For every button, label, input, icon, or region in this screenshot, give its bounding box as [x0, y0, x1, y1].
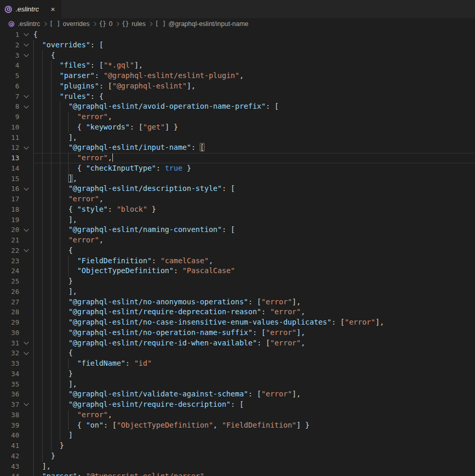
code-editor[interactable]: 1{2 "overrides": [3 {4 "files": ["*.gql"…: [0, 30, 475, 476]
line-number[interactable]: 11: [0, 133, 19, 143]
line-number[interactable]: 24: [0, 266, 19, 276]
code-line-13[interactable]: 13 "error",: [0, 153, 475, 163]
breadcrumb-item-0[interactable]: {}0: [99, 20, 112, 28]
line-number[interactable]: 14: [0, 163, 19, 174]
line-number[interactable]: 21: [0, 235, 19, 246]
line-number[interactable]: 5: [0, 71, 19, 81]
fold-chevron-down-icon[interactable]: [24, 144, 29, 149]
code-line-17[interactable]: 17 "error",: [0, 194, 475, 204]
code-line-2[interactable]: 2 "overrides": [: [0, 40, 475, 50]
line-number[interactable]: 13: [0, 153, 19, 163]
line-number[interactable]: 22: [0, 246, 19, 256]
close-icon[interactable]: ×: [49, 5, 56, 14]
code-line-33[interactable]: 33 "fieldName": "id": [0, 358, 475, 369]
line-number[interactable]: 12: [0, 143, 19, 153]
breadcrumb-item--eslintrc[interactable]: .eslintrc: [8, 20, 40, 28]
line-number[interactable]: 38: [0, 410, 19, 420]
line-number[interactable]: 3: [0, 50, 19, 61]
line-number[interactable]: 30: [0, 328, 19, 338]
line-number[interactable]: 40: [0, 430, 19, 441]
line-number[interactable]: 36: [0, 389, 19, 400]
code-line-10[interactable]: 10 { "keywords": ["get"] }: [0, 122, 475, 133]
code-line-31[interactable]: 31 "@graphql-eslint/require-id-when-avai…: [0, 338, 475, 349]
fold-chevron-down-icon[interactable]: [24, 52, 29, 57]
code-line-26[interactable]: 26 ],: [0, 287, 475, 297]
line-number[interactable]: 26: [0, 287, 19, 297]
code-line-43[interactable]: 43 ],: [0, 461, 475, 472]
line-number[interactable]: 42: [0, 451, 19, 461]
tab-eslintrc[interactable]: .eslintrc ×: [0, 0, 61, 18]
code-line-25[interactable]: 25 }: [0, 276, 475, 287]
code-line-16[interactable]: 16 "@graphql-eslint/description-style": …: [0, 184, 475, 194]
code-line-19[interactable]: 19 ],: [0, 215, 475, 225]
line-number[interactable]: 39: [0, 420, 19, 431]
code-line-30[interactable]: 30 "@graphql-eslint/no-operation-name-su…: [0, 328, 475, 338]
line-number[interactable]: 16: [0, 184, 19, 194]
fold-chevron-down-icon[interactable]: [24, 93, 29, 98]
line-number[interactable]: 34: [0, 369, 19, 379]
code-line-37[interactable]: 37 "@graphql-eslint/require-description"…: [0, 400, 475, 410]
line-number[interactable]: 6: [0, 81, 19, 92]
code-line-22[interactable]: 22 {: [0, 246, 475, 256]
line-number[interactable]: 1: [0, 30, 19, 40]
line-number[interactable]: 27: [0, 297, 19, 307]
line-number[interactable]: 10: [0, 122, 19, 133]
line-number[interactable]: 2: [0, 40, 19, 50]
line-number[interactable]: 17: [0, 194, 19, 204]
fold-chevron-down-icon[interactable]: [24, 185, 29, 190]
line-number[interactable]: 8: [0, 101, 19, 112]
fold-chevron-down-icon[interactable]: [24, 103, 29, 108]
code-line-35[interactable]: 35 ],: [0, 379, 475, 390]
line-number[interactable]: 32: [0, 348, 19, 358]
code-line-11[interactable]: 11 ],: [0, 133, 475, 143]
code-line-18[interactable]: 18 { "style": "block" }: [0, 204, 475, 215]
line-number[interactable]: 25: [0, 276, 19, 287]
fold-chevron-down-icon[interactable]: [24, 401, 29, 406]
line-number[interactable]: 18: [0, 204, 19, 215]
line-number[interactable]: 43: [0, 461, 19, 472]
line-number[interactable]: 37: [0, 400, 19, 410]
code-line-7[interactable]: 7 "rules": {: [0, 92, 475, 102]
code-line-14[interactable]: 14 { "checkInputType": true }: [0, 163, 475, 174]
line-number[interactable]: 29: [0, 317, 19, 328]
code-line-21[interactable]: 21 "error",: [0, 235, 475, 246]
code-line-3[interactable]: 3 {: [0, 50, 475, 61]
code-line-42[interactable]: 42 }: [0, 451, 475, 461]
code-line-8[interactable]: 8 "@graphql-eslint/avoid-operation-name-…: [0, 101, 475, 112]
line-number[interactable]: 19: [0, 215, 19, 225]
line-number[interactable]: 44: [0, 471, 19, 476]
line-number[interactable]: 23: [0, 256, 19, 266]
code-line-5[interactable]: 5 "parser": "@graphql-eslint/eslint-plug…: [0, 71, 475, 81]
fold-chevron-down-icon[interactable]: [24, 339, 29, 344]
fold-chevron-down-icon[interactable]: [24, 31, 29, 36]
code-line-6[interactable]: 6 "plugins": ["@graphql-eslint"],: [0, 81, 475, 92]
code-line-4[interactable]: 4 "files": ["*.gql"],: [0, 60, 475, 71]
line-number[interactable]: 33: [0, 358, 19, 369]
code-line-23[interactable]: 23 "FieldDefinition": "camelCase",: [0, 256, 475, 266]
code-line-38[interactable]: 38 "error",: [0, 410, 475, 420]
fold-chevron-down-icon[interactable]: [24, 42, 29, 47]
breadcrumb-item-overrides[interactable]: [ ]overrides: [49, 20, 89, 28]
code-line-9[interactable]: 9 "error",: [0, 112, 475, 122]
breadcrumb-item-rules[interactable]: {}rules: [122, 20, 146, 28]
code-line-36[interactable]: 36 "@graphql-eslint/validate-against-sch…: [0, 389, 475, 400]
line-number[interactable]: 31: [0, 338, 19, 349]
fold-chevron-down-icon[interactable]: [24, 350, 29, 355]
line-number[interactable]: 4: [0, 60, 19, 71]
fold-chevron-down-icon[interactable]: [24, 247, 29, 252]
line-number[interactable]: 15: [0, 174, 19, 184]
code-line-1[interactable]: 1{: [0, 30, 475, 40]
line-number[interactable]: 35: [0, 379, 19, 390]
code-line-15[interactable]: 15 ],: [0, 174, 475, 184]
breadcrumb-item--graphql-eslint-input-name[interactable]: [ ]@graphql-eslint/input-name: [155, 20, 249, 28]
code-line-34[interactable]: 34 }: [0, 369, 475, 379]
fold-chevron-down-icon[interactable]: [24, 226, 29, 231]
line-number[interactable]: 41: [0, 441, 19, 451]
code-line-44[interactable]: 44 "parser": "@typescript-eslint/parser": [0, 471, 475, 476]
code-line-27[interactable]: 27 "@graphql-eslint/no-anonymous-operati…: [0, 297, 475, 307]
code-line-29[interactable]: 29 "@graphql-eslint/no-case-insensitive-…: [0, 317, 475, 328]
code-line-39[interactable]: 39 { "on": ["ObjectTypeDefinition", "Fie…: [0, 420, 475, 431]
line-number[interactable]: 7: [0, 92, 19, 102]
code-line-40[interactable]: 40 ]: [0, 430, 475, 441]
line-number[interactable]: 28: [0, 307, 19, 317]
